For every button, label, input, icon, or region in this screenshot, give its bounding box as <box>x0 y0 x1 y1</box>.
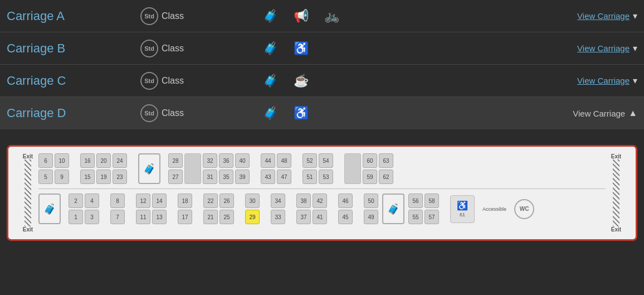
seat-14[interactable]: 14 <box>152 194 167 208</box>
seat-16[interactable]: 16 <box>80 153 95 168</box>
seat-60[interactable]: 60 <box>363 153 377 168</box>
luggage-icon-a: 🧳 <box>263 9 278 23</box>
seat-46[interactable]: 46 <box>338 194 353 208</box>
seat-58[interactable]: 58 <box>425 194 439 208</box>
seat-50[interactable]: 50 <box>364 194 378 208</box>
seat-45[interactable]: 45 <box>338 210 353 224</box>
seat-10[interactable]: 10 <box>55 153 69 168</box>
carriage-row-c: Carriage C Std Class 🧳 ☕ View Carriage ▾ <box>0 65 644 97</box>
seat-13[interactable]: 13 <box>152 210 167 224</box>
seat-6[interactable]: 6 <box>38 153 53 168</box>
seat-9[interactable]: 9 <box>55 170 69 184</box>
seat-52[interactable]: 52 <box>303 153 317 168</box>
seat-54[interactable]: 54 <box>319 153 333 168</box>
carriage-c-icons: 🧳 ☕ <box>263 74 498 88</box>
seat-56[interactable]: 56 <box>408 194 423 208</box>
coffee-icon: ☕ <box>294 74 309 88</box>
accessible-icon: ♿ <box>457 200 468 211</box>
seat-62[interactable]: 62 <box>379 170 393 184</box>
seat-35[interactable]: 35 <box>219 170 233 184</box>
seat-32[interactable]: 32 <box>203 153 217 168</box>
seat-24[interactable]: 24 <box>113 153 127 168</box>
full-seat-map: Exit Exit 6 5 10 9 16 <box>17 153 627 233</box>
pair-58-57: 58 57 <box>425 194 439 224</box>
aisle-block-upper <box>184 153 201 184</box>
carriage-d-name: Carriage D <box>7 106 140 120</box>
seat-28[interactable]: 28 <box>168 153 183 168</box>
carriage-list: Carriage A Std Class 🧳 📢 🚲 View Carriage… <box>0 0 644 129</box>
seat-11[interactable]: 11 <box>136 210 150 224</box>
view-carriage-d-link[interactable]: View Carriage <box>573 109 625 118</box>
seat-61-label: 61 <box>460 212 465 217</box>
seat-27[interactable]: 27 <box>168 170 183 184</box>
seat-39[interactable]: 39 <box>235 170 250 184</box>
carriage-d-class: Std Class <box>140 104 263 122</box>
carriage-d-action: View Carriage ▲ <box>498 108 637 118</box>
pair-36-35: 36 35 <box>219 153 233 184</box>
pair-22-21: 22 21 <box>203 194 218 224</box>
luggage-lower-right-icon: 🧳 <box>382 194 404 224</box>
seat-7[interactable]: 7 <box>110 210 125 224</box>
view-carriage-b-link[interactable]: View Carriage <box>577 43 630 53</box>
view-carriage-a-link[interactable]: View Carriage <box>577 11 630 21</box>
seat-8[interactable]: 8 <box>110 194 125 208</box>
seat-4[interactable]: 4 <box>85 194 99 208</box>
seat-34[interactable]: 34 <box>271 194 285 208</box>
view-carriage-c-link[interactable]: View Carriage <box>577 76 630 85</box>
luggage-icon-b: 🧳 <box>263 41 278 56</box>
seat-1[interactable]: 1 <box>69 210 83 224</box>
seat-25[interactable]: 25 <box>219 210 234 224</box>
seat-48[interactable]: 48 <box>277 153 291 168</box>
accessible-icon-b: ♿ <box>294 41 309 56</box>
seat-17[interactable]: 17 <box>178 210 192 224</box>
seat-63[interactable]: 63 <box>379 153 393 168</box>
seat-31[interactable]: 31 <box>203 170 217 184</box>
seat-47[interactable]: 47 <box>277 170 291 184</box>
seat-5[interactable]: 5 <box>38 170 53 184</box>
seat-53[interactable]: 53 <box>319 170 333 184</box>
seat-30[interactable]: 30 <box>245 194 260 208</box>
carriage-row-b: Carriage B Std Class 🧳 ♿ View Carriage ▾ <box>0 32 644 65</box>
seat-26[interactable]: 26 <box>219 194 234 208</box>
seat-43[interactable]: 43 <box>261 170 275 184</box>
bicycle-icon: 🚲 <box>324 9 339 23</box>
pair-32-31: 32 31 <box>203 153 217 184</box>
seat-29[interactable]: 29 <box>245 210 260 224</box>
chevron-d[interactable]: ▲ <box>628 108 637 118</box>
chevron-b[interactable]: ▾ <box>633 43 637 54</box>
chevron-a[interactable]: ▾ <box>633 11 637 21</box>
seat-59[interactable]: 59 <box>363 170 377 184</box>
seat-20[interactable]: 20 <box>96 153 111 168</box>
pair-20-19: 20 19 <box>96 153 111 184</box>
seat-38[interactable]: 38 <box>296 194 311 208</box>
luggage-icon-d: 🧳 <box>263 106 278 120</box>
seat-55[interactable]: 55 <box>408 210 423 224</box>
seat-33[interactable]: 33 <box>271 210 285 224</box>
seat-23[interactable]: 23 <box>113 170 127 184</box>
seat-2[interactable]: 2 <box>69 194 83 208</box>
carriage-b-class: Std Class <box>140 40 263 57</box>
chevron-c[interactable]: ▾ <box>633 75 637 86</box>
seat-18[interactable]: 18 <box>178 194 192 208</box>
seat-44[interactable]: 44 <box>261 153 275 168</box>
accessible-seat-61[interactable]: ♿ 61 <box>450 195 475 223</box>
accessible-label-box: Accessible <box>482 206 506 212</box>
carriage-row-a: Carriage A Std Class 🧳 📢 🚲 View Carriage… <box>0 0 644 32</box>
pair-52-51: 52 51 <box>303 153 317 184</box>
seat-42[interactable]: 42 <box>313 194 327 208</box>
seat-19[interactable]: 19 <box>96 170 111 184</box>
seat-57[interactable]: 57 <box>425 210 439 224</box>
seat-41[interactable]: 41 <box>313 210 327 224</box>
class-label-c: Class <box>162 76 184 86</box>
seat-12[interactable]: 12 <box>136 194 150 208</box>
seat-51[interactable]: 51 <box>303 170 317 184</box>
seat-36[interactable]: 36 <box>219 153 233 168</box>
seat-21[interactable]: 21 <box>203 210 218 224</box>
seat-3[interactable]: 3 <box>85 210 99 224</box>
luggage-upper-icon: 🧳 <box>138 153 160 184</box>
seat-15[interactable]: 15 <box>80 170 95 184</box>
seat-49[interactable]: 49 <box>364 210 378 224</box>
seat-37[interactable]: 37 <box>296 210 311 224</box>
seat-22[interactable]: 22 <box>203 194 218 208</box>
seat-40[interactable]: 40 <box>235 153 250 168</box>
